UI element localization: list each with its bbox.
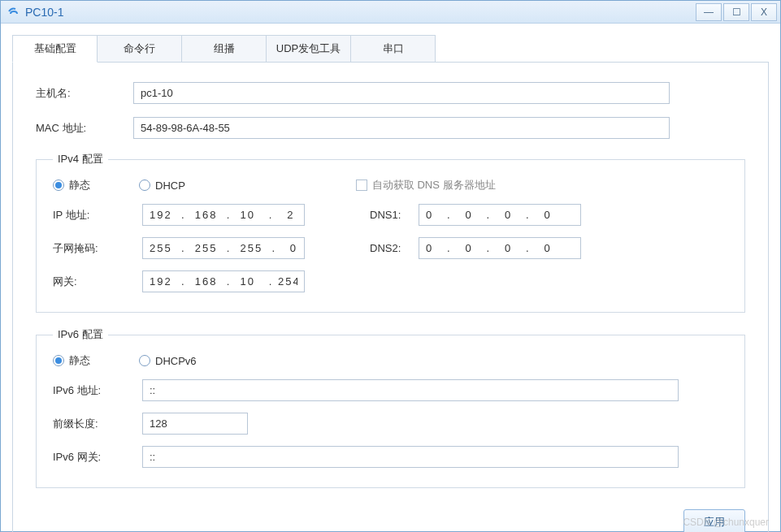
titlebar: PC10-1 — ☐ X (1, 1, 780, 24)
ipv6-dhcp-label: DHCPv6 (155, 355, 197, 367)
app-window: PC10-1 — ☐ X 基础配置 命令行 组播 UDP发包工具 串口 主机名:… (0, 0, 781, 532)
dns1-label: DNS1: (370, 209, 419, 221)
tab-multicast[interactable]: 组播 (181, 35, 267, 62)
ipv4-dhcp-label: DHCP (155, 179, 185, 192)
ipv6-static-label: 静态 (69, 353, 90, 368)
tab-bar: 基础配置 命令行 组播 UDP发包工具 串口 (12, 35, 769, 63)
tab-serial[interactable]: 串口 (350, 35, 436, 62)
ipv4-fieldset: IPv4 配置 静态 DHCP 自动获取 DNS 服务器地址 (36, 152, 745, 313)
mac-label: MAC 地址: (36, 121, 133, 136)
hostname-label: 主机名: (36, 86, 133, 101)
tab-cli[interactable]: 命令行 (97, 35, 182, 62)
close-button[interactable]: X (751, 3, 777, 21)
radio-ipv6-static[interactable] (53, 355, 64, 366)
row-ip: IP 地址: DNS1: (53, 204, 728, 226)
apply-button[interactable]: 应用 (683, 509, 745, 532)
dns2-label: DNS2: (370, 242, 419, 254)
gateway-label: 网关: (53, 275, 142, 289)
auto-dns-group[interactable]: 自动获取 DNS 服务器地址 (356, 178, 496, 192)
ipv6-fieldset: IPv6 配置 静态 DHCPv6 IPv6 地址: 前缀长 (36, 327, 745, 488)
ipv4-mode-row: 静态 DHCP 自动获取 DNS 服务器地址 (53, 178, 728, 192)
ipv4-dhcp-group[interactable]: DHCP (139, 179, 226, 192)
ipv6-gateway-label: IPv6 网关: (53, 450, 142, 465)
ipv6-mode-row: 静态 DHCPv6 (53, 353, 728, 368)
checkbox-auto-dns[interactable] (356, 179, 367, 191)
ipv6-prefix-input[interactable] (142, 413, 248, 435)
ipv6-legend: IPv6 配置 (53, 327, 108, 342)
row-ipv6-addr: IPv6 地址: (53, 379, 728, 401)
ipv4-static-group[interactable]: 静态 (53, 178, 131, 192)
dns1-input[interactable] (419, 204, 581, 226)
row-hostname: 主机名: (36, 82, 745, 104)
radio-ipv6-dhcp[interactable] (139, 355, 150, 366)
ipv4-static-label: 静态 (69, 178, 90, 192)
ipv6-static-group[interactable]: 静态 (53, 353, 131, 368)
row-ipv6-gateway: IPv6 网关: (53, 446, 728, 468)
ipv6-dhcp-group[interactable]: DHCPv6 (139, 355, 237, 367)
tab-panel-basic: 主机名: MAC 地址: IPv4 配置 静态 DHCP (12, 63, 769, 532)
maximize-button[interactable]: ☐ (723, 3, 749, 21)
ip-input[interactable] (142, 204, 305, 226)
app-icon (7, 6, 20, 19)
tab-basic[interactable]: 基础配置 (12, 35, 98, 63)
row-mac: MAC 地址: (36, 117, 745, 139)
footer: 应用 (36, 503, 745, 532)
hostname-input[interactable] (133, 82, 670, 104)
row-ipv6-prefix: 前缀长度: (53, 413, 728, 435)
row-mask: 子网掩码: DNS2: (53, 237, 728, 259)
ipv6-addr-label: IPv6 地址: (53, 383, 142, 398)
gateway-input[interactable] (142, 270, 305, 292)
ipv6-addr-input[interactable] (142, 379, 679, 401)
ipv6-gateway-input[interactable] (142, 446, 679, 468)
mask-label: 子网掩码: (53, 241, 142, 256)
radio-ipv4-static[interactable] (53, 179, 64, 191)
mask-input[interactable] (142, 237, 305, 259)
content-area: 基础配置 命令行 组播 UDP发包工具 串口 主机名: MAC 地址: IPv4… (1, 24, 780, 531)
window-controls: — ☐ X (694, 3, 777, 21)
dns2-input[interactable] (419, 237, 581, 259)
row-gateway: 网关: (53, 270, 728, 292)
tab-udp[interactable]: UDP发包工具 (266, 35, 351, 62)
mac-input[interactable] (133, 117, 670, 139)
ip-label: IP 地址: (53, 208, 142, 223)
radio-ipv4-dhcp[interactable] (139, 179, 150, 191)
window-title: PC10-1 (25, 6, 694, 19)
ipv6-prefix-label: 前缀长度: (53, 417, 142, 431)
ipv4-legend: IPv4 配置 (53, 152, 108, 167)
auto-dns-label: 自动获取 DNS 服务器地址 (372, 178, 496, 192)
minimize-button[interactable]: — (696, 3, 722, 21)
